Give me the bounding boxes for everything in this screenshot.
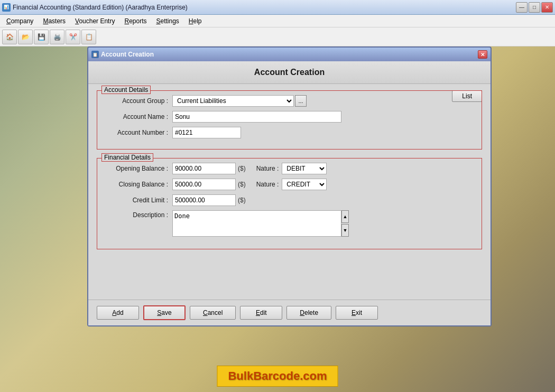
opening-balance-input[interactable] — [172, 163, 236, 174]
credit-limit-label: Credit Limit : — [104, 197, 172, 204]
dialog-icon: 📋 — [91, 51, 99, 58]
add-button[interactable]: Add — [97, 306, 139, 320]
menu-company[interactable]: Company — [2, 16, 38, 26]
closing-nature-select[interactable]: DEBIT CREDIT — [282, 179, 327, 190]
toolbar-btn-home[interactable]: 🏠 — [2, 30, 17, 44]
closing-balance-input[interactable] — [172, 179, 236, 190]
exit-button[interactable]: Exit — [336, 306, 378, 320]
dialog-content: List Account Details Account Group : Cur… — [88, 84, 491, 300]
delete-button[interactable]: Delete — [286, 306, 331, 320]
opening-balance-currency: ($) — [238, 165, 246, 172]
account-group-label: Account Group : — [104, 97, 172, 105]
desc-scroll-down[interactable]: ▼ — [341, 224, 349, 237]
closing-balance-currency: ($) — [238, 181, 246, 188]
account-number-row: Account Number : — [104, 127, 475, 138]
toolbar-btn-open[interactable]: 📂 — [18, 30, 33, 44]
edit-button[interactable]: Edit — [240, 306, 282, 320]
account-name-input[interactable] — [172, 111, 341, 123]
toolbar-btn-print[interactable]: 🖨️ — [50, 30, 64, 44]
toolbar-btn-paste[interactable]: 📋 — [81, 30, 96, 44]
account-number-input[interactable] — [172, 127, 241, 138]
save-button[interactable]: Save — [143, 305, 186, 320]
credit-limit-left: Credit Limit : ($) — [104, 194, 246, 206]
watermark: BulkBarcode.com — [217, 366, 338, 387]
opening-balance-right: Nature : DEBIT CREDIT — [256, 163, 327, 174]
menu-voucher-entry[interactable]: Voucher Entry — [71, 16, 119, 26]
closing-nature-label: Nature : — [256, 181, 279, 188]
opening-balance-left: Opening Balance : ($) — [104, 163, 246, 174]
menu-bar: Company Masters Voucher Entry Reports Se… — [0, 15, 555, 27]
description-textarea[interactable]: Done — [172, 210, 341, 237]
toolbar-btn-cut[interactable]: ✂️ — [66, 30, 80, 44]
closing-balance-label: Closing Balance : — [104, 181, 172, 188]
account-group-select[interactable]: Current Liabilities Fixed Assets Current… — [172, 95, 294, 107]
dialog-body: Account Creation List Account Details Ac… — [87, 61, 492, 326]
dialog-title-text: Account Creation — [101, 51, 154, 58]
closing-balance-left: Closing Balance : ($) — [104, 179, 246, 190]
dialog-title-left: 📋 Account Creation — [91, 51, 154, 58]
account-group-browse-button[interactable]: ... — [295, 95, 307, 107]
dialog-header-title: Account Creation — [254, 68, 325, 77]
financial-details-label: Financial Details — [101, 153, 153, 162]
title-bar-text: Financial Accounting (Standard Edition) … — [13, 4, 188, 11]
closing-balance-right: Nature : DEBIT CREDIT — [256, 179, 327, 190]
title-bar-buttons: — □ ✕ — [516, 2, 553, 13]
toolbar: 🏠 📂 💾 🖨️ ✂️ 📋 — [0, 27, 555, 46]
minimize-button[interactable]: — — [516, 2, 528, 13]
opening-balance-label: Opening Balance : — [104, 165, 172, 172]
account-number-label: Account Number : — [104, 129, 172, 136]
closing-balance-row: Closing Balance : ($) Nature : DEBIT CRE… — [104, 179, 475, 190]
opening-nature-select[interactable]: DEBIT CREDIT — [282, 163, 327, 174]
opening-nature-label: Nature : — [256, 165, 279, 172]
desc-scroll-up[interactable]: ▲ — [341, 210, 349, 223]
financial-details-section: Financial Details Opening Balance : ($) … — [97, 158, 482, 249]
menu-reports[interactable]: Reports — [120, 16, 151, 26]
dialog-header: Account Creation — [88, 61, 491, 84]
title-bar: 📊 Financial Accounting (Standard Edition… — [0, 0, 555, 15]
menu-help[interactable]: Help — [184, 16, 206, 26]
maximize-button[interactable]: □ — [529, 2, 540, 13]
account-details-section: Account Details Account Group : Current … — [97, 90, 482, 150]
dialog-close-button[interactable]: ✕ — [478, 50, 487, 59]
menu-masters[interactable]: Masters — [39, 16, 70, 26]
account-details-label: Account Details — [101, 86, 151, 94]
app-icon: 📊 — [2, 3, 11, 12]
account-name-row: Account Name : — [104, 111, 475, 123]
toolbar-btn-save[interactable]: 💾 — [34, 30, 49, 44]
description-label: Description : — [104, 210, 172, 219]
watermark-text: BulkBarcode.com — [228, 369, 327, 382]
opening-balance-row: Opening Balance : ($) Nature : DEBIT CRE… — [104, 163, 475, 174]
account-group-row: Account Group : Current Liabilities Fixe… — [104, 95, 475, 107]
account-name-label: Account Name : — [104, 113, 172, 120]
menu-settings[interactable]: Settings — [152, 16, 183, 26]
dialog-title-bar: 📋 Account Creation ✕ — [87, 46, 492, 61]
credit-limit-input[interactable] — [172, 194, 236, 206]
account-creation-dialog: 📋 Account Creation ✕ Account Creation Li… — [87, 46, 492, 326]
title-bar-left: 📊 Financial Accounting (Standard Edition… — [2, 3, 188, 12]
credit-limit-row: Credit Limit : ($) — [104, 194, 475, 206]
credit-limit-currency: ($) — [238, 197, 246, 204]
app-close-button[interactable]: ✕ — [541, 2, 553, 13]
dialog-footer: Add Save Cancel Edit Delete Exit — [88, 300, 491, 325]
description-row: Description : Done ▲ ▼ — [104, 210, 475, 238]
cancel-button[interactable]: Cancel — [190, 306, 236, 320]
